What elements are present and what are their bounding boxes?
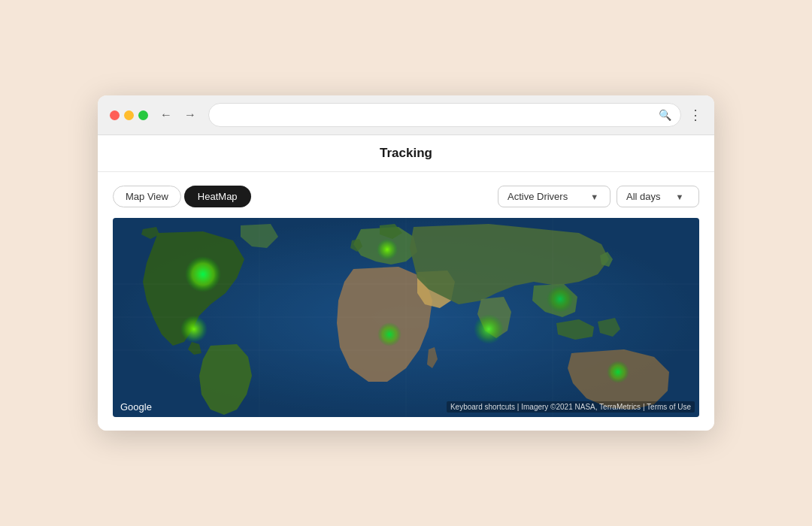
google-text: Google	[120, 401, 152, 413]
heatmap-button[interactable]: HeatMap	[184, 186, 251, 207]
svg-point-11	[377, 322, 401, 346]
all-days-label: All days	[626, 191, 661, 202]
svg-point-9	[180, 316, 208, 343]
google-map-label: Google	[120, 401, 152, 413]
svg-point-8	[185, 256, 221, 292]
active-drivers-select[interactable]: Active Drivers ▼	[498, 186, 611, 207]
address-bar[interactable]: 🔍	[208, 103, 681, 127]
minimize-dot[interactable]	[124, 110, 134, 120]
svg-point-13	[547, 286, 574, 313]
world-map-svg	[113, 218, 699, 417]
view-toggle: Map View HeatMap	[113, 186, 498, 207]
traffic-lights	[110, 110, 148, 120]
page-header: Tracking	[98, 135, 714, 172]
search-icon: 🔍	[659, 109, 671, 121]
page-content: Map View HeatMap Active Drivers ▼ All da…	[98, 172, 714, 431]
menu-icon[interactable]: ⋮	[689, 107, 702, 123]
browser-chrome: ← → 🔍 ⋮	[98, 95, 714, 135]
nav-buttons: ← →	[156, 104, 201, 125]
chevron-down-icon: ▼	[590, 192, 598, 201]
page-title: Tracking	[380, 146, 432, 160]
map-container: Google Keyboard shortcuts | Imagery ©202…	[113, 218, 699, 417]
all-days-select[interactable]: All days ▼	[617, 186, 699, 207]
filters: Active Drivers ▼ All days ▼	[498, 186, 699, 207]
browser-window: ← → 🔍 ⋮ Tracking Map View HeatMap Active…	[98, 95, 714, 431]
map-attribution: Keyboard shortcuts | Imagery ©2021 NASA,…	[447, 401, 695, 413]
toolbar: Map View HeatMap Active Drivers ▼ All da…	[113, 186, 699, 207]
svg-point-10	[377, 239, 398, 260]
active-drivers-label: Active Drivers	[508, 191, 568, 202]
back-button[interactable]: ←	[156, 104, 177, 125]
close-dot[interactable]	[110, 110, 120, 120]
forward-button[interactable]: →	[180, 104, 201, 125]
svg-point-14	[607, 361, 629, 383]
map-view-button[interactable]: Map View	[113, 186, 181, 207]
chevron-down-icon-days: ▼	[676, 192, 684, 201]
maximize-dot[interactable]	[138, 110, 148, 120]
svg-point-12	[474, 314, 504, 344]
